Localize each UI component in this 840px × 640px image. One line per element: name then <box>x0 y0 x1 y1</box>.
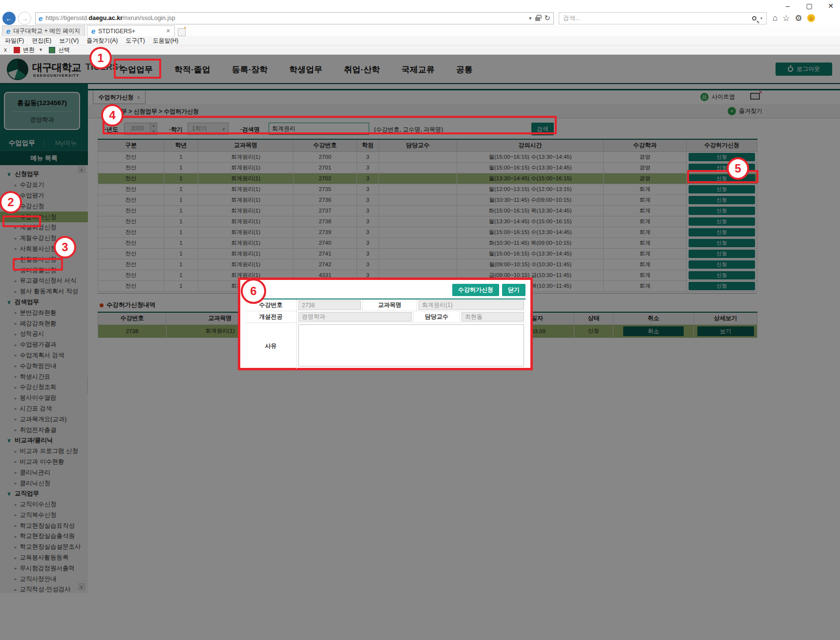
search-icon[interactable] <box>752 16 756 21</box>
apply-button[interactable]: 신청 <box>689 207 755 215</box>
logout-button[interactable]: 로그아웃 <box>776 63 832 76</box>
sidebar-item[interactable]: ▸수업계획서 검색 <box>0 350 88 361</box>
sidebar-item[interactable]: ▸학생시간표 <box>0 371 88 382</box>
reason-textarea[interactable] <box>298 324 524 366</box>
sidebar-item[interactable]: ▸수강신청조회 <box>0 382 88 393</box>
table-row[interactable]: 전선1회계원리(1)27383월(13:30~14:45) 수(15:00~16… <box>98 216 757 227</box>
sidebar-item[interactable]: ▸분반강좌현황 <box>0 307 88 318</box>
table-row[interactable]: 전선1회계원리(1)27403화(10:30~11:45) 목(09:00~10… <box>98 237 757 248</box>
sidebar-item[interactable]: ▸학교현장실습표작성 <box>0 520 88 531</box>
sidebar-item[interactable]: ▸비교과 프로그램 신청 <box>0 446 88 457</box>
nav-item-4[interactable]: 학생업무 <box>289 64 322 75</box>
sidebar-item[interactable]: ▸봉사 활동계획서 작성 <box>0 286 88 297</box>
menubar-item[interactable]: 편집(E) <box>32 37 51 45</box>
favorite-link[interactable]: + 즐겨찾기 <box>728 107 762 115</box>
sidebar-section[interactable]: ∨비교과/클리닉 <box>0 435 88 446</box>
sidebar-item[interactable]: ▸수강포기 <box>0 180 88 191</box>
table-row[interactable]: 전선1회계원리(1)27003월(15:00~16:15) 수(13:30~14… <box>98 151 757 162</box>
sidebar-item[interactable]: ▸학교현장실습출석원 <box>0 531 88 542</box>
favorites-star-icon[interactable]: ☆ <box>782 13 790 23</box>
nav-item-1[interactable]: 수업업무 <box>120 64 153 75</box>
forward-button[interactable]: → <box>18 12 31 25</box>
sidebar-item[interactable]: ▸폐강강좌현황 <box>0 318 88 329</box>
convert-dropdown-icon[interactable]: ▼ <box>39 47 43 52</box>
apply-button[interactable]: 신청 <box>689 260 755 269</box>
sidebar-item[interactable]: ▸수강학점안내 <box>0 361 88 371</box>
view-button[interactable]: 보기 <box>697 326 754 336</box>
browser-search-box[interactable]: 검색... ▾ <box>559 12 767 24</box>
nav-item-2[interactable]: 학적·졸업 <box>174 64 210 75</box>
sidebar-item[interactable]: ▸수강허가신청 <box>0 212 88 222</box>
table-row[interactable]: 전선1회계원리(1)27363월(10:30~11:45) 수(09:00~10… <box>98 194 757 205</box>
apply-button[interactable]: 신청 <box>689 196 755 204</box>
refresh-icon[interactable]: ↻ <box>544 14 550 22</box>
search-input[interactable] <box>269 123 369 135</box>
scroll-up-icon[interactable]: ∧ <box>78 166 85 173</box>
sidebar-section[interactable]: ∨신청업무 <box>0 169 88 180</box>
sidebar-item[interactable]: ▸무시험검정원서출력 <box>0 563 88 574</box>
tab-close-icon[interactable]: ✕ <box>161 28 170 34</box>
search-dropdown-icon[interactable]: ▾ <box>760 16 762 21</box>
year-stepper[interactable]: 2020 ▲▼ <box>124 123 157 135</box>
table-row[interactable]: 전선1회계원리(1)27023월(13:30~14:45) 수(15:00~16… <box>98 173 757 184</box>
apply-button[interactable]: 신청 <box>689 250 755 258</box>
maximize-button[interactable]: ▢ <box>805 2 814 10</box>
sidebar-item[interactable]: ▸교과목개요(교과) <box>0 414 88 425</box>
apply-button[interactable]: 신청 <box>689 228 755 236</box>
sidebar-item[interactable]: ▸계설희망신청 <box>0 222 88 233</box>
sidebar-section[interactable]: ∨교직업무 <box>0 489 88 499</box>
menubar-item[interactable]: 즐겨찾기(A) <box>86 37 118 45</box>
apply-button[interactable]: 신청 <box>689 282 755 290</box>
table-row[interactable]: 전선1회계원리(1)27353월(12:00~13:15) 수(12:00~13… <box>98 184 757 194</box>
table-row[interactable]: 전선1회계원리(1)27423월(09:00~10:15) 수(10:30~11… <box>98 259 757 270</box>
sidebar-item[interactable]: ▸교직이수신청 <box>0 499 88 510</box>
sidebar-item[interactable]: ▸클리닉관리 <box>0 467 88 478</box>
back-button[interactable]: ← <box>2 12 16 25</box>
work-tab[interactable]: 수업허가신청x <box>93 91 146 104</box>
scroll-down-icon[interactable]: ∨ <box>78 583 85 590</box>
menubar-item[interactable]: 도움말(H) <box>153 37 179 45</box>
search-button[interactable]: 검색 <box>531 123 554 135</box>
select-button[interactable]: 선택 <box>58 46 70 54</box>
sidebar-item[interactable]: ▸클리닉신청 <box>0 478 88 489</box>
nav-item-3[interactable]: 등록·장학 <box>232 64 268 75</box>
sidebar-item[interactable]: ▸헌혈봉사신청 <box>0 254 88 265</box>
new-tab-button[interactable] <box>178 28 186 36</box>
sidebar-item[interactable]: ▸교직사정안내 <box>0 574 88 584</box>
nav-item-7[interactable]: 공통 <box>456 64 473 75</box>
sidebar-item[interactable]: ▸시간표 검색 <box>0 404 88 414</box>
sidebar-item[interactable]: ▸유고결석신청서 서식 <box>0 276 88 286</box>
semester-select[interactable]: 1학기 ∨ <box>188 123 229 135</box>
tab-close-icon[interactable]: x <box>138 95 140 100</box>
apply-button[interactable]: 신청 <box>689 185 755 193</box>
sidebar-item[interactable]: ▸학교현장실습설문조사 <box>0 542 88 553</box>
sidebar-item[interactable]: ▸교육봉사활동등록 <box>0 553 88 563</box>
sidebar-item[interactable]: ▸성적공시 <box>0 329 88 340</box>
sidebar-item[interactable]: ▸교직복수신청 <box>0 510 88 521</box>
sidebar-item[interactable]: ▸취업전자출결 <box>0 425 88 435</box>
table-row[interactable]: 전선1회계원리(1)27373화(15:00~16:15) 목(13:30~14… <box>98 205 757 216</box>
menubar-item[interactable]: 보기(V) <box>59 37 79 45</box>
step-up-icon[interactable]: ▲ <box>150 123 157 129</box>
browser-tab-active[interactable]: e STDTIGERS+ ✕ <box>87 25 175 36</box>
nav-item-5[interactable]: 취업·산학 <box>344 64 380 75</box>
menubar-item[interactable]: 파일(F) <box>5 37 24 45</box>
dialog-close-button[interactable]: 닫기 <box>502 284 525 296</box>
url-dropdown-icon[interactable]: ▾ <box>529 15 532 21</box>
sidebar-item[interactable]: ▸교직적성·인성검사 <box>0 584 88 593</box>
sidebar-tab-my[interactable]: My메뉴 <box>44 139 88 148</box>
sitemap-link[interactable]: 品 사이트맵 <box>700 93 735 101</box>
sidebar-item[interactable]: ▸비교과 이수현황 <box>0 457 88 468</box>
table-row[interactable]: 전선1회계원리(1)27413월(15:00~16:15) 수(13:30~14… <box>98 248 757 259</box>
apply-button[interactable]: 신청 <box>689 271 755 279</box>
feedback-smiley-icon[interactable]: ☺ <box>807 14 815 22</box>
apply-button[interactable]: 신청 <box>689 239 755 247</box>
sidebar-section[interactable]: ∨검색업무 <box>0 297 88 308</box>
menubar-item[interactable]: 도구(T) <box>126 37 145 45</box>
close-all-tabs-icon[interactable] <box>750 93 760 100</box>
sidebar-item[interactable]: ▸수업평가결과 <box>0 340 88 350</box>
dialog-apply-button[interactable]: 수강허가신청 <box>452 284 499 296</box>
minimize-button[interactable]: – <box>783 2 792 10</box>
step-down-icon[interactable]: ▼ <box>150 129 157 135</box>
toolbar-close-icon[interactable]: x <box>4 46 7 53</box>
